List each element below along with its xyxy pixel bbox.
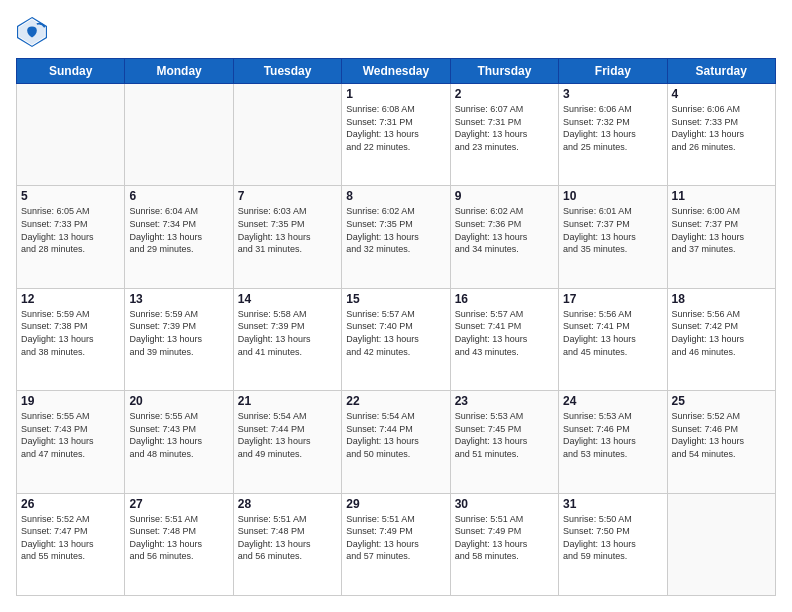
calendar-table: SundayMondayTuesdayWednesdayThursdayFrid…: [16, 58, 776, 596]
calendar-cell: [125, 84, 233, 186]
day-number: 1: [346, 87, 445, 101]
day-info: Sunrise: 5:52 AM Sunset: 7:47 PM Dayligh…: [21, 513, 120, 563]
day-number: 18: [672, 292, 771, 306]
calendar-cell: 15Sunrise: 5:57 AM Sunset: 7:40 PM Dayli…: [342, 288, 450, 390]
calendar-cell: 30Sunrise: 5:51 AM Sunset: 7:49 PM Dayli…: [450, 493, 558, 595]
weekday-header-thursday: Thursday: [450, 59, 558, 84]
day-number: 19: [21, 394, 120, 408]
weekday-header-wednesday: Wednesday: [342, 59, 450, 84]
calendar-cell: 8Sunrise: 6:02 AM Sunset: 7:35 PM Daylig…: [342, 186, 450, 288]
day-number: 26: [21, 497, 120, 511]
day-number: 7: [238, 189, 337, 203]
day-number: 16: [455, 292, 554, 306]
day-info: Sunrise: 5:57 AM Sunset: 7:41 PM Dayligh…: [455, 308, 554, 358]
day-info: Sunrise: 6:07 AM Sunset: 7:31 PM Dayligh…: [455, 103, 554, 153]
calendar-cell: 10Sunrise: 6:01 AM Sunset: 7:37 PM Dayli…: [559, 186, 667, 288]
calendar-cell: [233, 84, 341, 186]
calendar-cell: 21Sunrise: 5:54 AM Sunset: 7:44 PM Dayli…: [233, 391, 341, 493]
logo: [16, 16, 52, 48]
week-row-5: 26Sunrise: 5:52 AM Sunset: 7:47 PM Dayli…: [17, 493, 776, 595]
day-number: 8: [346, 189, 445, 203]
week-row-2: 5Sunrise: 6:05 AM Sunset: 7:33 PM Daylig…: [17, 186, 776, 288]
weekday-header-sunday: Sunday: [17, 59, 125, 84]
page: SundayMondayTuesdayWednesdayThursdayFrid…: [0, 0, 792, 612]
calendar-cell: 13Sunrise: 5:59 AM Sunset: 7:39 PM Dayli…: [125, 288, 233, 390]
day-info: Sunrise: 6:08 AM Sunset: 7:31 PM Dayligh…: [346, 103, 445, 153]
day-number: 4: [672, 87, 771, 101]
day-info: Sunrise: 6:02 AM Sunset: 7:36 PM Dayligh…: [455, 205, 554, 255]
day-info: Sunrise: 5:59 AM Sunset: 7:38 PM Dayligh…: [21, 308, 120, 358]
day-number: 3: [563, 87, 662, 101]
day-number: 31: [563, 497, 662, 511]
day-number: 24: [563, 394, 662, 408]
day-info: Sunrise: 5:56 AM Sunset: 7:41 PM Dayligh…: [563, 308, 662, 358]
day-number: 23: [455, 394, 554, 408]
day-info: Sunrise: 6:00 AM Sunset: 7:37 PM Dayligh…: [672, 205, 771, 255]
calendar-cell: 4Sunrise: 6:06 AM Sunset: 7:33 PM Daylig…: [667, 84, 775, 186]
calendar-cell: 27Sunrise: 5:51 AM Sunset: 7:48 PM Dayli…: [125, 493, 233, 595]
day-info: Sunrise: 5:57 AM Sunset: 7:40 PM Dayligh…: [346, 308, 445, 358]
day-info: Sunrise: 5:51 AM Sunset: 7:48 PM Dayligh…: [238, 513, 337, 563]
week-row-3: 12Sunrise: 5:59 AM Sunset: 7:38 PM Dayli…: [17, 288, 776, 390]
day-info: Sunrise: 5:50 AM Sunset: 7:50 PM Dayligh…: [563, 513, 662, 563]
calendar-cell: 7Sunrise: 6:03 AM Sunset: 7:35 PM Daylig…: [233, 186, 341, 288]
weekday-header-monday: Monday: [125, 59, 233, 84]
calendar-cell: 31Sunrise: 5:50 AM Sunset: 7:50 PM Dayli…: [559, 493, 667, 595]
day-info: Sunrise: 6:06 AM Sunset: 7:32 PM Dayligh…: [563, 103, 662, 153]
calendar-cell: 19Sunrise: 5:55 AM Sunset: 7:43 PM Dayli…: [17, 391, 125, 493]
day-info: Sunrise: 6:06 AM Sunset: 7:33 PM Dayligh…: [672, 103, 771, 153]
day-info: Sunrise: 5:51 AM Sunset: 7:49 PM Dayligh…: [455, 513, 554, 563]
day-number: 11: [672, 189, 771, 203]
day-info: Sunrise: 5:59 AM Sunset: 7:39 PM Dayligh…: [129, 308, 228, 358]
day-info: Sunrise: 5:54 AM Sunset: 7:44 PM Dayligh…: [238, 410, 337, 460]
day-number: 13: [129, 292, 228, 306]
calendar-cell: 6Sunrise: 6:04 AM Sunset: 7:34 PM Daylig…: [125, 186, 233, 288]
calendar-cell: 17Sunrise: 5:56 AM Sunset: 7:41 PM Dayli…: [559, 288, 667, 390]
weekday-header-tuesday: Tuesday: [233, 59, 341, 84]
day-info: Sunrise: 6:01 AM Sunset: 7:37 PM Dayligh…: [563, 205, 662, 255]
day-info: Sunrise: 5:53 AM Sunset: 7:45 PM Dayligh…: [455, 410, 554, 460]
week-row-4: 19Sunrise: 5:55 AM Sunset: 7:43 PM Dayli…: [17, 391, 776, 493]
day-info: Sunrise: 5:54 AM Sunset: 7:44 PM Dayligh…: [346, 410, 445, 460]
day-number: 21: [238, 394, 337, 408]
day-number: 5: [21, 189, 120, 203]
day-number: 12: [21, 292, 120, 306]
logo-icon: [16, 16, 48, 48]
calendar-cell: 5Sunrise: 6:05 AM Sunset: 7:33 PM Daylig…: [17, 186, 125, 288]
day-info: Sunrise: 6:04 AM Sunset: 7:34 PM Dayligh…: [129, 205, 228, 255]
day-info: Sunrise: 5:53 AM Sunset: 7:46 PM Dayligh…: [563, 410, 662, 460]
weekday-header-row: SundayMondayTuesdayWednesdayThursdayFrid…: [17, 59, 776, 84]
calendar-cell: 29Sunrise: 5:51 AM Sunset: 7:49 PM Dayli…: [342, 493, 450, 595]
day-info: Sunrise: 5:51 AM Sunset: 7:49 PM Dayligh…: [346, 513, 445, 563]
weekday-header-friday: Friday: [559, 59, 667, 84]
day-number: 22: [346, 394, 445, 408]
calendar-cell: 12Sunrise: 5:59 AM Sunset: 7:38 PM Dayli…: [17, 288, 125, 390]
day-number: 10: [563, 189, 662, 203]
day-number: 27: [129, 497, 228, 511]
day-number: 30: [455, 497, 554, 511]
day-number: 15: [346, 292, 445, 306]
day-number: 17: [563, 292, 662, 306]
day-info: Sunrise: 5:55 AM Sunset: 7:43 PM Dayligh…: [21, 410, 120, 460]
calendar-cell: 24Sunrise: 5:53 AM Sunset: 7:46 PM Dayli…: [559, 391, 667, 493]
day-info: Sunrise: 5:52 AM Sunset: 7:46 PM Dayligh…: [672, 410, 771, 460]
week-row-1: 1Sunrise: 6:08 AM Sunset: 7:31 PM Daylig…: [17, 84, 776, 186]
day-info: Sunrise: 6:02 AM Sunset: 7:35 PM Dayligh…: [346, 205, 445, 255]
calendar-cell: 26Sunrise: 5:52 AM Sunset: 7:47 PM Dayli…: [17, 493, 125, 595]
day-info: Sunrise: 5:51 AM Sunset: 7:48 PM Dayligh…: [129, 513, 228, 563]
calendar-cell: [17, 84, 125, 186]
day-number: 9: [455, 189, 554, 203]
day-number: 6: [129, 189, 228, 203]
calendar-cell: 9Sunrise: 6:02 AM Sunset: 7:36 PM Daylig…: [450, 186, 558, 288]
header: [16, 16, 776, 48]
day-info: Sunrise: 6:03 AM Sunset: 7:35 PM Dayligh…: [238, 205, 337, 255]
day-number: 14: [238, 292, 337, 306]
calendar-cell: 20Sunrise: 5:55 AM Sunset: 7:43 PM Dayli…: [125, 391, 233, 493]
calendar-cell: 1Sunrise: 6:08 AM Sunset: 7:31 PM Daylig…: [342, 84, 450, 186]
calendar-cell: 23Sunrise: 5:53 AM Sunset: 7:45 PM Dayli…: [450, 391, 558, 493]
day-info: Sunrise: 5:55 AM Sunset: 7:43 PM Dayligh…: [129, 410, 228, 460]
day-number: 29: [346, 497, 445, 511]
weekday-header-saturday: Saturday: [667, 59, 775, 84]
calendar-cell: 16Sunrise: 5:57 AM Sunset: 7:41 PM Dayli…: [450, 288, 558, 390]
day-number: 2: [455, 87, 554, 101]
